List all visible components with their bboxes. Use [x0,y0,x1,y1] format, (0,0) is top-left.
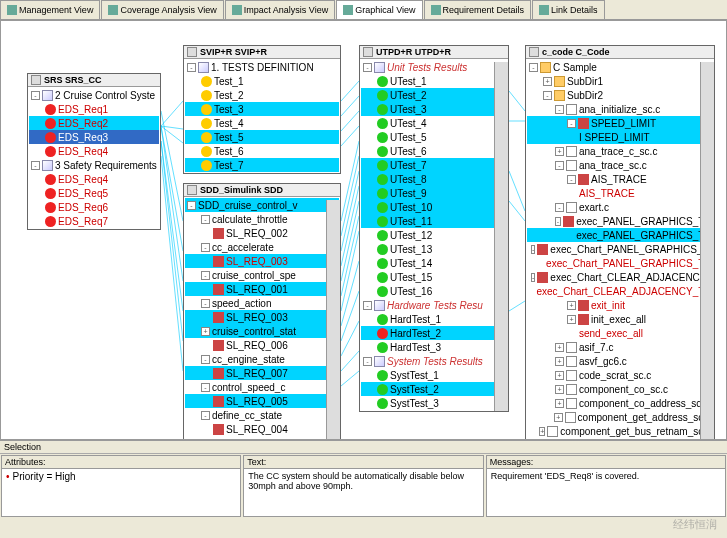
expand-icon[interactable]: + [555,371,564,380]
panel-header[interactable]: SVIP+R SVIP+R [184,46,340,59]
expand-icon[interactable]: + [555,343,564,352]
tree-node[interactable]: +asvf_gc6.c [527,354,713,368]
expand-icon[interactable]: + [539,427,545,436]
tree-node[interactable]: +calculate_throttle/cc_ [185,436,339,440]
tab-management-view[interactable]: Management View [0,0,100,19]
tree-node[interactable]: SystTest_1 [361,368,507,382]
tree-node[interactable]: -exart.c [527,200,713,214]
tree-node[interactable]: +component_get_stats_sc.c [527,438,713,440]
scrollbar[interactable] [700,62,714,440]
tree-node[interactable]: SL_REQ_003 [185,254,339,268]
expand-icon[interactable]: - [31,161,40,170]
expand-icon[interactable]: + [543,77,552,86]
panel-header[interactable]: c_code C_Code [526,46,714,59]
tree-node[interactable]: exec_Chart_PANEL_GRAPHICS_TB [527,256,713,270]
expand-icon[interactable]: + [567,301,576,310]
tree-node[interactable]: Test_4 [185,116,339,130]
expand-icon[interactable]: - [529,63,538,72]
panel-header[interactable]: SRS SRS_CC [28,74,160,87]
tree-node[interactable]: -cruise_control_spe [185,268,339,282]
expand-icon[interactable]: - [543,91,552,100]
tree-node[interactable]: EDS_Req5 [29,186,159,200]
tree-node[interactable]: SL_REQ_006 [185,338,339,352]
tree-node[interactable]: -3 Safety Requirements [29,158,159,172]
tree-node[interactable]: UTest_7 [361,158,507,172]
tree-node[interactable]: +code_scrat_sc.c [527,368,713,382]
tree-node[interactable]: +cruise_control_stat [185,324,339,338]
tree-node[interactable]: Test_7 [185,158,339,172]
panel-utpd[interactable]: UTPD+R UTPD+R-Unit Tests ResultsUTest_1U… [359,45,509,412]
tree-node[interactable]: Test_1 [185,74,339,88]
tree-node[interactable]: SystTest_2 [361,382,507,396]
tree-node[interactable]: SL_REQ_007 [185,366,339,380]
expand-icon[interactable]: + [187,439,196,441]
tree-node[interactable]: -cc_engine_state [185,352,339,366]
tree-node[interactable]: -exec_Chart_PANEL_GRAPHICS_TB [527,242,713,256]
expand-icon[interactable]: - [363,301,372,310]
tree-node[interactable]: +exit_init [527,298,713,312]
tree-node[interactable]: Test_5 [185,130,339,144]
expand-icon[interactable]: - [201,411,210,420]
tree-node[interactable]: EDS_Req4 [29,172,159,186]
tree-node[interactable]: UTest_5 [361,130,507,144]
tree-node[interactable]: SL_REQ_002 [185,226,339,240]
expand-icon[interactable]: - [31,91,40,100]
expand-icon[interactable]: - [201,383,210,392]
expand-icon[interactable]: - [363,357,372,366]
expand-icon[interactable]: - [201,243,210,252]
panel-srs[interactable]: SRS SRS_CC-2 Cruise Control SysteEDS_Req… [27,73,161,230]
tree-node[interactable]: Test_2 [185,88,339,102]
expand-icon[interactable]: + [567,315,576,324]
tab-requirement-details[interactable]: Requirement Details [424,0,532,19]
tree-node[interactable]: +ana_trace_c_sc.c [527,144,713,158]
tree-node[interactable]: -C Sample [527,60,713,74]
tree-node[interactable]: I SPEED_LIMIT [527,130,713,144]
tab-coverage-analysis-view[interactable]: Coverage Analysis View [101,0,223,19]
tree-node[interactable]: EDS_Req3 [29,130,159,144]
expand-icon[interactable]: - [531,273,535,282]
panel-header[interactable]: SDD_Simulink SDD [184,184,340,197]
tree-node[interactable]: SL_REQ_005 [185,394,339,408]
tree-node[interactable]: +component_get_address_sc.c [527,410,713,424]
tree-node[interactable]: UTest_12 [361,228,507,242]
tab-link-details[interactable]: Link Details [532,0,605,19]
expand-icon[interactable]: - [187,63,196,72]
expand-icon[interactable]: - [363,63,372,72]
tree-node[interactable]: -2 Cruise Control Syste [29,88,159,102]
tree-node[interactable]: AIS_TRACE [527,186,713,200]
panel-header[interactable]: UTPD+R UTPD+R [360,46,508,59]
expand-icon[interactable]: + [201,327,210,336]
tab-impact-analysis-view[interactable]: Impact Analysis View [225,0,335,19]
tree-node[interactable]: -1. TESTS DEFINITION [185,60,339,74]
tree-node[interactable]: SL_REQ_001 [185,282,339,296]
expand-icon[interactable]: - [555,203,564,212]
expand-icon[interactable]: + [555,357,564,366]
tree-node[interactable]: +component_co_sc.c [527,382,713,396]
tree-node[interactable]: EDS_Req7 [29,214,159,228]
expand-icon[interactable]: - [555,217,562,226]
tree-node[interactable]: -define_cc_state [185,408,339,422]
tree-node[interactable]: UTest_16 [361,284,507,298]
tree-node[interactable]: exec_Chart_CLEAR_ADJACENCY_TB [527,284,713,298]
tree-node[interactable]: -System Tests Results [361,354,507,368]
tree-node[interactable]: -control_speed_c [185,380,339,394]
tree-node[interactable]: UTest_15 [361,270,507,284]
graphical-canvas[interactable]: SRS SRS_CC-2 Cruise Control SysteEDS_Req… [0,20,727,440]
tree-node[interactable]: HardTest_2 [361,326,507,340]
scrollbar[interactable] [494,62,508,411]
tree-node[interactable]: UTest_8 [361,172,507,186]
tree-node[interactable]: -AIS_TRACE [527,172,713,186]
tree-node[interactable]: -exec_PANEL_GRAPHICS_TB [527,214,713,228]
expand-icon[interactable]: - [201,299,210,308]
tree-node[interactable]: -ana_trace_sc.c [527,158,713,172]
tree-node[interactable]: -cc_accelerate [185,240,339,254]
tree-node[interactable]: HardTest_3 [361,340,507,354]
tree-node[interactable]: EDS_Req1 [29,102,159,116]
expand-icon[interactable]: - [567,119,576,128]
tree-node[interactable]: SL_REQ_004 [185,422,339,436]
tree-node[interactable]: +component_co_address_sc.c [527,396,713,410]
expand-icon[interactable]: - [201,355,210,364]
tree-node[interactable]: UTest_2 [361,88,507,102]
expand-icon[interactable]: + [555,147,564,156]
tree-node[interactable]: UTest_13 [361,242,507,256]
